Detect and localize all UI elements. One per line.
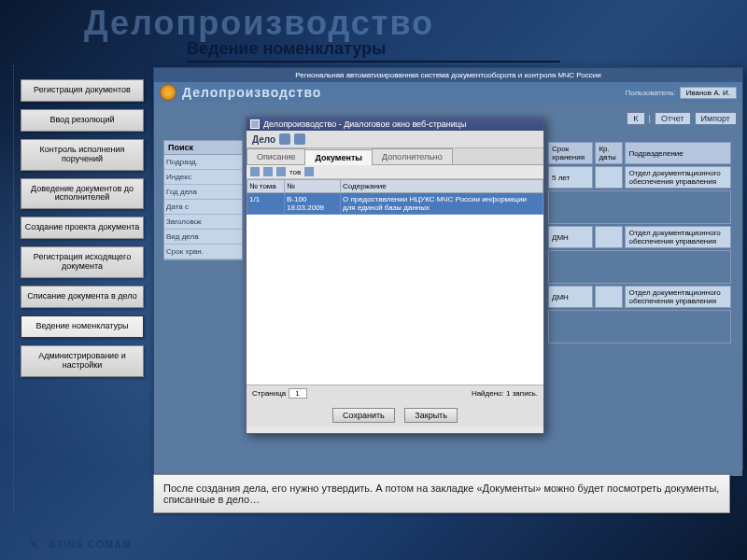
grid-row[interactable]: 1/1 В-100 18.03.2009 О предоставлении НЦ… (247, 193, 543, 215)
table-row[interactable]: ДМН Отдел документационного обеспечения … (548, 226, 731, 248)
toolbar-report[interactable]: Отчет (655, 112, 691, 125)
action-icon[interactable] (304, 167, 314, 176)
table-row[interactable]: 5 лет Отдел документационного обеспечени… (548, 166, 731, 189)
add-icon[interactable] (250, 167, 260, 176)
page-input[interactable] (289, 388, 307, 399)
user-label: Пользователь: (625, 89, 675, 97)
refresh-icon[interactable] (294, 133, 305, 145)
search-field[interactable]: Заголовок (164, 215, 242, 230)
toolbar-import[interactable]: Импорт (695, 112, 737, 125)
dialog-subtoolbar: тов (247, 165, 543, 179)
sidebar-item-registration[interactable]: Регистрация документов (21, 79, 144, 102)
sidebar-item-resolutions[interactable]: Ввод резолюций (21, 109, 144, 132)
sidebar-item-admin[interactable]: Администрирование и настройки (21, 345, 144, 377)
search-field[interactable]: Срок хран. (164, 245, 242, 259)
sidebar-item-outgoing[interactable]: Регистрация исходящего документа (21, 246, 144, 278)
col-num[interactable]: № (285, 180, 341, 193)
dialog-titlebar[interactable]: Делопроизводство - Диалоговое окно веб-с… (247, 118, 543, 131)
search-field[interactable]: Подразд. (164, 155, 242, 170)
tab-additional[interactable]: Дополнительно (372, 148, 453, 164)
butterfly-icon: ✕ (28, 536, 45, 553)
save-icon[interactable] (279, 133, 290, 145)
search-field[interactable]: Год дела (164, 185, 242, 200)
col-header[interactable]: Кр. даты (595, 142, 623, 164)
search-field[interactable]: Вид дела (164, 230, 242, 245)
main-title: Делопроизводство (84, 4, 434, 43)
company-brand: ✕ STINS COMAN (28, 536, 131, 553)
col-header[interactable]: Срок хранения (548, 142, 593, 164)
emblem-icon (160, 84, 176, 101)
edit-icon[interactable] (263, 167, 273, 176)
save-button[interactable]: Сохранить (332, 408, 395, 423)
app-header: Региональная автоматизированная система … (154, 68, 742, 82)
col-tom[interactable]: № тома (247, 180, 285, 193)
dialog: Делопроизводство - Диалоговое окно веб-с… (246, 117, 544, 434)
sidebar: Регистрация документов Ввод резолюций Ко… (21, 79, 144, 385)
sidebar-item-nomenclature[interactable]: Ведение номенклатуры (21, 315, 144, 338)
dialog-pager: Страница Найдено: 1 запись. (247, 385, 543, 401)
close-button[interactable]: Закрыть (404, 408, 458, 423)
sidebar-item-draft[interactable]: Создание проекта документа (21, 217, 144, 239)
dialog-toolbar: Дело (247, 131, 543, 148)
tab-documents[interactable]: Документы (304, 149, 373, 165)
search-panel: Поиск Подразд. Индекс Год дела Дата с За… (163, 140, 243, 260)
app-title: Делопроизводство (182, 85, 321, 100)
dialog-grid: № тома № Содержание 1/1 В-100 18.03.2009… (247, 179, 543, 385)
record-count: Найдено: 1 запись. (472, 389, 538, 398)
search-field[interactable]: Дата с (164, 200, 242, 215)
table-row[interactable]: ДМН Отдел документационного обеспечения … (548, 286, 731, 308)
vertical-divider (13, 65, 14, 513)
search-field[interactable]: Индекс (164, 170, 242, 185)
tab-description[interactable]: Описание (247, 148, 305, 164)
delete-icon[interactable] (276, 167, 286, 176)
col-content[interactable]: Содержание (341, 180, 543, 193)
user-name: Иванов А. И. (680, 87, 737, 99)
search-header: Поиск (164, 141, 242, 155)
col-header[interactable]: Подразделение (625, 142, 731, 164)
sidebar-item-delivery[interactable]: Доведение документов до исполнителей (21, 178, 144, 210)
dialog-tabs: Описание Документы Дополнительно (247, 148, 543, 165)
app-toolbar: К | Отчет Импорт (627, 112, 737, 125)
toolbar-ok[interactable]: К (627, 112, 644, 125)
dialog-icon (250, 119, 260, 129)
sidebar-item-writeoff[interactable]: Списание документа в дело (21, 286, 144, 308)
section-subtitle: Ведение номенклатуры (187, 39, 560, 63)
app-window: Региональная автоматизированная система … (153, 67, 743, 470)
sidebar-item-control[interactable]: Контроль исполнения поручений (21, 139, 144, 171)
footer-note: После создания дела, его нужно утвердить… (153, 474, 730, 513)
main-table: Срок хранения Кр. даты Подразделение 5 л… (546, 140, 733, 345)
dialog-buttons: Сохранить Закрыть (247, 401, 543, 427)
